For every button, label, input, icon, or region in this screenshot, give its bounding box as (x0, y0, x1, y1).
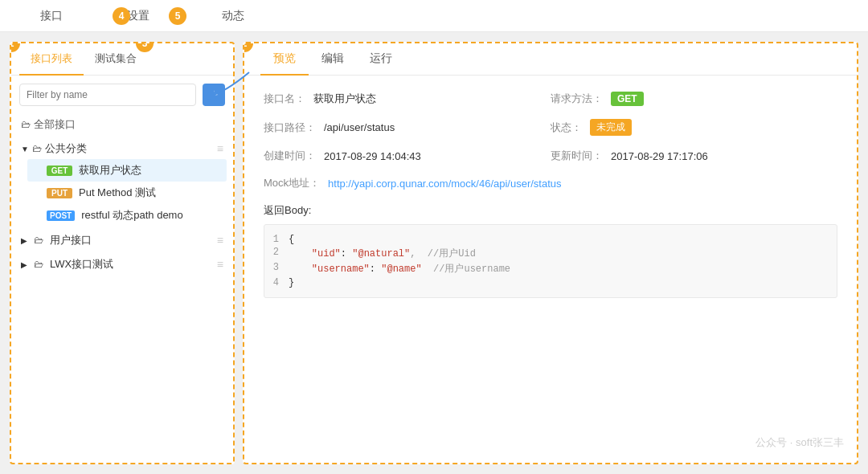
tree-group-public-left: ▼ 🗁 公共分类 (21, 141, 87, 156)
arrow-right-icon-user: ▶ (21, 236, 27, 245)
tree-root: 🗁 全部接口 (18, 114, 227, 135)
filter-row: + (11, 76, 233, 114)
nav-dongtai[interactable]: 动态 (222, 9, 244, 23)
code-val-username: "@name" (381, 264, 421, 275)
line-content-2: "uid": "@natural", //用户Uid (289, 247, 476, 260)
tree-item-put-label: Put Method 测试 (79, 186, 156, 200)
folder-icon-user: 🗁 (34, 235, 43, 246)
tab-interface-list[interactable]: 接口列表 (19, 43, 84, 76)
method-badge-get: GET (47, 165, 72, 176)
tree-group-user-header[interactable]: ▶ 🗁 用户接口 ≡ (18, 230, 227, 251)
info-grid: 接口名： 获取用户状态 请求方法： GET 接口路径： /api/user/st… (264, 92, 837, 163)
tab-edit[interactable]: 编辑 (309, 43, 357, 76)
line-num-4: 4 (264, 277, 289, 288)
info-row-updated: 更新时间： 2017-08-29 17:17:06 (551, 149, 837, 163)
code-block: 1 { 2 "uid": "@natural", //用户Uid 3 "user… (264, 224, 837, 298)
badge-4: 4 (113, 7, 130, 25)
code-comment-uid: , //用户Uid (410, 248, 476, 259)
tab-run[interactable]: 运行 (357, 43, 405, 76)
value-mock[interactable]: http://yapi.corp.qunar.com/mock/46/api/u… (328, 178, 561, 190)
tree: 🗁 全部接口 ▼ 🗁 公共分类 ≡ (11, 114, 233, 463)
arrow-right-icon-lwx: ▶ (21, 260, 27, 269)
label-created: 创建时间： (264, 149, 316, 163)
menu-icon-lwx[interactable]: ≡ (217, 258, 223, 271)
return-body-label: 返回Body: (264, 203, 837, 218)
info-row-name: 接口名： 获取用户状态 (264, 92, 551, 106)
tree-item-post-label: restful 动态path demo (81, 208, 182, 223)
nav-jiekou-label: 接口 (40, 9, 63, 23)
tree-group-lwx: ▶ 🗁 LWX接口测试 ≡ (18, 254, 227, 275)
tree-group-user: ▶ 🗁 用户接口 ≡ (18, 230, 227, 251)
content-panel: 2 预览 编辑 运行 接口名： 获取用户状态 请求方法： (243, 42, 858, 464)
filter-input[interactable] (19, 84, 196, 106)
tree-item-get-user-status[interactable]: GET 获取用户状态 (27, 159, 227, 182)
value-status: 未完成 (590, 119, 632, 136)
sidebar-panel: 1 3 接口列表 测试集合 + 🗁 全部接口 (10, 42, 235, 464)
main-layout: 1 3 接口列表 测试集合 + 🗁 全部接口 (0, 32, 868, 474)
tree-group-user-left: ▶ 🗁 用户接口 (21, 233, 92, 247)
value-name: 获取用户状态 (313, 92, 376, 106)
code-key-username: "username" (312, 264, 370, 275)
line-content-1: { (289, 234, 294, 245)
tree-group-user-label: 用户接口 (50, 233, 92, 247)
tree-item-get-label: 获取用户状态 (79, 163, 141, 178)
code-line-1: 1 { (264, 233, 837, 246)
tree-group-lwx-left: ▶ 🗁 LWX接口测试 (21, 257, 113, 272)
code-line-3: 3 "username": "@name" //用户username (264, 261, 837, 276)
line-num-2: 2 (264, 247, 289, 260)
menu-icon-user[interactable]: ≡ (217, 234, 223, 247)
method-badge-put: PUT (47, 188, 72, 198)
code-line-4: 4 } (264, 276, 837, 289)
tree-item-post-restful[interactable]: POST restful 动态path demo (27, 204, 227, 227)
page-wrapper: 4 接口 设置 5 动态 1 3 接口列表 测试集合 (0, 0, 868, 474)
info-row-path: 接口路径： /api/user/status (264, 119, 551, 136)
tree-group-public-label: 公共分类 (45, 141, 87, 156)
code-line-2: 2 "uid": "@natural", //用户Uid (264, 246, 837, 261)
tree-item-put-method[interactable]: PUT Put Method 测试 (27, 182, 227, 204)
add-button[interactable]: + (203, 84, 225, 106)
info-row-method: 请求方法： GET (551, 92, 837, 106)
top-nav: 4 接口 设置 5 动态 (0, 0, 868, 32)
code-val-uid: "@natural" (352, 248, 410, 259)
tree-group-public-header[interactable]: ▼ 🗁 公共分类 ≡ (18, 138, 227, 159)
tree-group-lwx-header[interactable]: ▶ 🗁 LWX接口测试 ≡ (18, 254, 227, 275)
label-mock: Mock地址： (264, 176, 320, 190)
label-path: 接口路径： (264, 121, 316, 135)
content-tabs: 预览 编辑 运行 (244, 43, 857, 76)
method-badge-post: POST (47, 210, 75, 221)
line-content-3: "username": "@name" //用户username (289, 262, 510, 276)
nav-jiekou[interactable]: 接口 (40, 9, 63, 23)
info-row-status: 状态： 未完成 (551, 119, 837, 136)
folder-icon-root: 🗁 (21, 119, 31, 130)
nav-dongtai-label: 动态 (222, 9, 244, 23)
badge-5: 5 (169, 7, 186, 25)
label-updated: 更新时间： (551, 149, 603, 163)
info-row-created: 创建时间： 2017-08-29 14:04:43 (264, 149, 551, 163)
nav-shezhi-label: 设置 (127, 9, 149, 23)
folder-icon-lwx: 🗁 (34, 259, 43, 270)
mock-row: Mock地址： http://yapi.corp.qunar.com/mock/… (264, 176, 837, 190)
tab-preview[interactable]: 预览 (260, 43, 309, 76)
label-name: 接口名： (264, 92, 305, 106)
nav-shezhi[interactable]: 设置 (127, 9, 149, 23)
tree-root-label: 全部接口 (34, 117, 76, 132)
content-body: 接口名： 获取用户状态 请求方法： GET 接口路径： /api/user/st… (244, 76, 857, 463)
arrow-down-icon: ▼ (21, 145, 29, 153)
value-path: /api/user/status (324, 121, 395, 133)
value-created: 2017-08-29 14:04:43 (324, 150, 421, 162)
line-num-1: 1 (264, 234, 289, 245)
code-comment-username: //用户username (422, 264, 510, 275)
tree-group-lwx-label: LWX接口测试 (50, 257, 113, 272)
folder-icon-public: 🗁 (32, 143, 42, 154)
menu-icon-public[interactable]: ≡ (217, 142, 223, 155)
label-status: 状态： (551, 121, 582, 135)
tree-subgroup-public: GET 获取用户状态 PUT Put Method 测试 POST restfu… (18, 159, 227, 227)
value-method: GET (611, 92, 644, 106)
code-key-uid: "uid" (312, 248, 341, 259)
sidebar-tabs: 接口列表 测试集合 (11, 43, 233, 76)
line-content-4: } (289, 277, 294, 288)
watermark: 公众号 · soft张三丰 (755, 435, 844, 450)
value-updated: 2017-08-29 17:17:06 (611, 150, 708, 162)
tree-group-public: ▼ 🗁 公共分类 ≡ GET 获取用户状态 (18, 138, 227, 227)
label-method: 请求方法： (551, 92, 603, 106)
